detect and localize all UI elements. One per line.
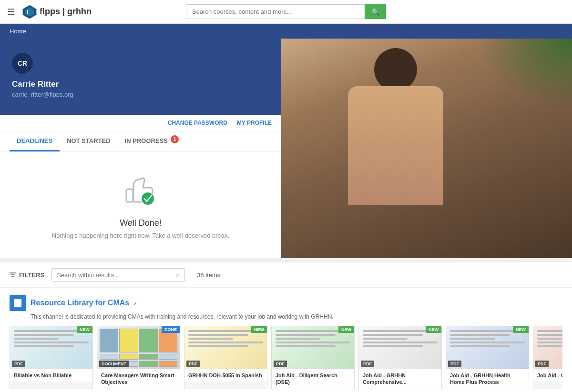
card-thumbnail: NEW PDF: [446, 326, 529, 369]
card-title: Job Aid - G Learning P...: [537, 372, 562, 379]
logo-icon: f: [22, 4, 37, 20]
resource-library-icon: [10, 295, 26, 311]
filters-button[interactable]: FILTERS: [10, 271, 44, 279]
plant-decoration: [477, 39, 572, 110]
items-count: 35 items: [197, 271, 220, 279]
card-thumbnail: NEW PDF: [10, 326, 92, 369]
card-title: Job Aid - GRHHN Comprehensive...: [363, 372, 438, 386]
card-type-badge: PDF: [361, 361, 374, 367]
filters-icon: [10, 272, 16, 278]
thumbs-container: [117, 171, 164, 211]
tab-not-started[interactable]: NOT STARTED: [60, 131, 117, 151]
global-search-input[interactable]: [186, 4, 365, 19]
card-thumbnail: NEW PDF: [272, 326, 354, 369]
card-title: Job Aid - GRHHN Health Home Plus Process: [450, 372, 525, 386]
card-info: Job Aid - GRHHN Health Home Plus Process: [446, 369, 529, 389]
course-card[interactable]: NEW PDF Job Aid - G Learning P...: [533, 326, 562, 389]
left-panel: CR Carrie Ritter carrie_ritter@flpps.org…: [0, 39, 281, 258]
tab-deadlines-label: DEADLINES: [17, 137, 52, 144]
thumbs-up-icon: [117, 171, 164, 209]
card-type-badge: PDF: [186, 361, 200, 367]
course-card[interactable]: NEW PDF Billable vs Non Billable: [10, 326, 93, 389]
logo-area: f flpps | grhhn: [22, 4, 92, 20]
card-info: Care Managers Writing Smart Objectives: [97, 369, 180, 389]
course-card[interactable]: NEW PDF Job Aid - GRHHN Health Home Plus…: [446, 326, 529, 389]
course-card[interactable]: NEW PDF GRHHN DOH-5055 in Spanish: [184, 326, 267, 389]
filters-label: FILTERS: [19, 271, 44, 279]
global-search-bar: 🔍: [186, 4, 386, 19]
well-done-title: Well Done!: [10, 218, 272, 228]
card-title: Job Aid - Diligent Search (DSE): [276, 372, 350, 386]
profile-actions: CHANGE PASSWORD MY PROFILE: [0, 115, 281, 131]
search-icon: 🔍: [371, 8, 379, 16]
card-thumbnail: NEW PDF: [184, 326, 267, 369]
app-header: ☰ f flpps | grhhn 🔍: [0, 0, 572, 24]
card-type-badge: DOCUMENT: [99, 361, 129, 367]
in-progress-badge: 1: [171, 135, 179, 143]
card-thumbnail: NEW PDF: [359, 326, 441, 369]
well-done-subtitle: Nothing's happening here right now. Take…: [10, 232, 272, 239]
tab-deadlines[interactable]: DEADLINES: [10, 131, 60, 151]
card-info: Job Aid - GRHHN Comprehensive...: [359, 369, 441, 389]
filter-bar: FILTERS ⌕ 35 items: [0, 262, 572, 288]
tabs-container: DEADLINES NOT STARTED IN PROGRESS 1: [0, 131, 281, 151]
card-type-badge: PDF: [274, 361, 287, 367]
cards-row: NEW PDF Billable vs Non Billable DONE DO…: [10, 326, 562, 389]
card-type-badge: PDF: [12, 361, 25, 367]
card-thumbnail: DONE DOCUMENT: [97, 326, 180, 369]
tab-in-progress[interactable]: IN PROGRESS 1: [118, 131, 180, 151]
hero-image: Click HERE to view your Course Catalog: [281, 39, 572, 258]
card-info: Billable vs Non Billable: [10, 369, 92, 382]
filter-search-input[interactable]: [57, 271, 176, 279]
course-card[interactable]: DONE DOCUMENT Care Managers Writing Smar…: [97, 326, 180, 389]
my-profile-link[interactable]: MY PROFILE: [237, 120, 272, 126]
card-title: Care Managers Writing Smart Objectives: [101, 372, 176, 386]
card-badge: NEW: [426, 326, 441, 333]
card-badge: NEW: [77, 326, 92, 333]
card-info: Job Aid - G Learning P...: [533, 369, 562, 382]
hero-panel[interactable]: Click HERE to view your Course Catalog: [281, 39, 572, 258]
course-card[interactable]: NEW PDF Job Aid - Diligent Search (DSE): [271, 326, 355, 389]
tabs-section: DEADLINES NOT STARTED IN PROGRESS 1: [0, 131, 281, 152]
card-badge: NEW: [513, 326, 529, 333]
hamburger-menu[interactable]: ☰: [7, 7, 15, 17]
card-badge: NEW: [251, 326, 267, 333]
resource-library: Resource Library for CMAs › This channel…: [0, 288, 572, 392]
tab-not-started-label: NOT STARTED: [67, 137, 110, 144]
course-card[interactable]: NEW PDF Job Aid - GRHHN Comprehensive...: [358, 326, 442, 389]
resource-library-title[interactable]: Resource Library for CMAs: [31, 299, 129, 307]
home-link[interactable]: Home: [10, 28, 26, 35]
svg-point-4: [141, 192, 154, 205]
filter-search-icon: ⌕: [176, 271, 180, 279]
card-thumbnail: NEW PDF: [533, 326, 562, 369]
resource-header: Resource Library for CMAs ›: [10, 295, 562, 311]
global-search-button[interactable]: 🔍: [365, 4, 386, 19]
main-content: CR Carrie Ritter carrie_ritter@flpps.org…: [0, 39, 572, 258]
card-info: Job Aid - Diligent Search (DSE): [272, 369, 354, 389]
card-title: GRHHN DOH-5055 in Spanish: [188, 372, 263, 379]
card-type-badge: PDF: [448, 361, 461, 367]
well-done-section: Well Done! Nothing's happening here righ…: [0, 152, 281, 258]
logo-text: flpps | grhhn: [40, 7, 92, 17]
breadcrumb: Home: [0, 24, 572, 39]
change-password-link[interactable]: CHANGE PASSWORD: [168, 120, 227, 126]
resource-library-description: This channel is dedicated to providing C…: [10, 313, 562, 320]
profile-section: CR Carrie Ritter carrie_ritter@flpps.org: [0, 39, 281, 115]
tab-in-progress-label: IN PROGRESS: [125, 137, 168, 144]
svg-rect-3: [126, 189, 133, 202]
profile-email: carrie_ritter@flpps.org: [12, 91, 269, 98]
card-badge: NEW: [338, 326, 354, 333]
avatar: CR: [12, 53, 33, 74]
card-info: GRHHN DOH-5055 in Spanish: [184, 369, 267, 382]
filter-search-container: ⌕: [51, 268, 185, 281]
card-type-badge: PDF: [535, 361, 549, 367]
card-badge: DONE: [162, 326, 180, 333]
card-title: Billable vs Non Billable: [14, 372, 89, 379]
resource-chevron-icon[interactable]: ›: [134, 299, 136, 307]
profile-name: Carrie Ritter: [12, 80, 269, 89]
